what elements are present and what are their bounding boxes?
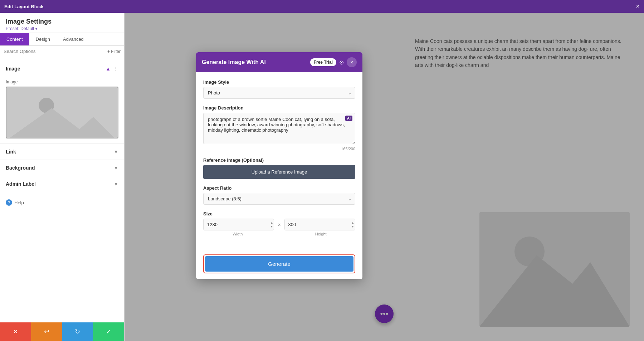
filter-button[interactable]: + Filter: [107, 49, 121, 54]
link-accordion-header[interactable]: Link ▼: [0, 144, 124, 160]
image-section-label: Image: [6, 66, 20, 72]
admin-label-section-label: Admin Label: [6, 181, 36, 187]
width-spinners: ▲ ▼: [270, 221, 273, 228]
background-accordion-header[interactable]: Background ▼: [0, 160, 124, 176]
tab-design[interactable]: Design: [29, 33, 57, 45]
search-row: + Filter: [0, 46, 124, 57]
help-label[interactable]: Help: [14, 200, 24, 205]
reference-image-label: Reference Image (Optional): [203, 157, 355, 163]
ai-badge: AI: [345, 116, 352, 121]
size-x-separator: ×: [278, 222, 280, 228]
height-input-wrapper: ▲ ▼: [284, 219, 355, 230]
modal-title: Generate Image With AI: [202, 59, 266, 65]
redo-icon: ↻: [75, 328, 80, 336]
aspect-ratio-select-wrapper: Landscape (8:5) Portrait (5:8) Square (1…: [203, 193, 355, 205]
help-row: ? Help: [0, 192, 124, 213]
generate-image-modal: Generate Image With AI Free Trial ⊙ × Im…: [196, 52, 362, 279]
panel-header: Image Settings Preset: Default ▾: [0, 13, 124, 33]
generate-btn-outline: Generate: [203, 254, 355, 273]
image-description-group: Image Description photograph of a brown …: [203, 105, 355, 151]
tab-content[interactable]: Content: [0, 33, 29, 45]
reference-image-group: Reference Image (Optional) Upload a Refe…: [203, 157, 355, 179]
char-count: 165/200: [203, 147, 355, 151]
top-bar-close-button[interactable]: ×: [636, 3, 640, 10]
image-style-group: Image Style Photo Illustration Sketch Pa…: [203, 79, 355, 99]
main-content: Maine Coon cats possess a unique charm t…: [125, 13, 644, 341]
top-bar: Edit Layout Block ×: [0, 0, 644, 13]
height-increment-button[interactable]: ▲: [351, 221, 355, 224]
size-group: Size ▲ ▼ × ▲ ▼: [203, 211, 355, 236]
image-accordion-arrow-icon: ▲: [106, 66, 111, 72]
search-input[interactable]: [4, 49, 104, 54]
panel-content: Image ▲ ⋮ Image Link: [0, 57, 124, 322]
admin-label-accordion-arrow-icon: ▼: [113, 181, 118, 187]
generate-btn-wrapper: Generate: [196, 250, 362, 279]
image-description-textarea[interactable]: photograph of a brown sortie Maine Coon …: [203, 113, 355, 144]
width-decrement-button[interactable]: ▼: [270, 225, 273, 228]
modal-header: Generate Image With AI Free Trial ⊙ ×: [196, 52, 362, 72]
link-section-label: Link: [6, 149, 16, 155]
width-label: Width: [203, 232, 272, 236]
undo-icon: ↩: [44, 328, 49, 336]
image-preview-section: Image: [0, 77, 124, 143]
image-label: Image: [6, 79, 118, 84]
background-section-label: Background: [6, 165, 35, 171]
panel-title: Image Settings: [6, 18, 118, 25]
tab-advanced[interactable]: Advanced: [57, 33, 90, 45]
undo-button[interactable]: ↩: [31, 322, 62, 341]
upload-reference-image-button[interactable]: Upload a Reference Image: [203, 165, 355, 179]
background-section: Background ▼: [0, 160, 124, 176]
width-input[interactable]: [203, 219, 274, 230]
image-section-menu-icon: ⋮: [113, 66, 118, 72]
link-section: Link ▼: [0, 144, 124, 160]
modal-close-button[interactable]: ×: [347, 57, 357, 67]
panel-preset[interactable]: Preset: Default ▾: [6, 26, 118, 31]
modal-header-right: Free Trial ⊙ ×: [310, 57, 357, 67]
aspect-ratio-label: Aspect Ratio: [203, 185, 355, 191]
width-input-wrapper: ▲ ▼: [203, 219, 274, 230]
image-style-select-wrapper: Photo Illustration Sketch Painting Abstr…: [203, 87, 355, 99]
image-section: Image ▲ ⋮ Image: [0, 61, 124, 144]
modal-body: Image Style Photo Illustration Sketch Pa…: [196, 72, 362, 250]
aspect-ratio-group: Aspect Ratio Landscape (8:5) Portrait (5…: [203, 185, 355, 205]
panel-footer: ✕ ↩ ↻ ✓: [0, 322, 124, 341]
size-label: Size: [203, 211, 355, 216]
height-input[interactable]: [284, 219, 355, 230]
redo-button[interactable]: ↻: [62, 322, 93, 341]
size-row: ▲ ▼ × ▲ ▼: [203, 219, 355, 230]
image-description-label: Image Description: [203, 105, 355, 111]
image-style-label: Image Style: [203, 79, 355, 85]
size-labels: Width Height: [203, 232, 355, 236]
left-panel: Image Settings Preset: Default ▾ Content…: [0, 13, 125, 341]
help-icon: ?: [6, 199, 12, 206]
free-trial-badge[interactable]: Free Trial: [310, 58, 336, 66]
cancel-button[interactable]: ✕: [0, 322, 31, 341]
top-bar-title: Edit Layout Block: [4, 4, 44, 9]
image-placeholder: [6, 87, 118, 138]
panel-tabs: Content Design Advanced: [0, 33, 124, 46]
height-spinners: ▲ ▼: [351, 221, 355, 228]
height-decrement-button[interactable]: ▼: [351, 225, 355, 228]
aspect-ratio-select[interactable]: Landscape (8:5) Portrait (5:8) Square (1…: [203, 193, 355, 205]
link-accordion-arrow-icon: ▼: [113, 149, 118, 155]
image-style-select[interactable]: Photo Illustration Sketch Painting Abstr…: [203, 87, 355, 99]
generate-button[interactable]: Generate: [205, 256, 353, 272]
cancel-icon: ✕: [13, 328, 18, 336]
preset-arrow-icon: ▾: [35, 27, 37, 31]
height-label: Height: [287, 232, 356, 236]
background-accordion-arrow-icon: ▼: [113, 165, 118, 171]
save-icon: ✓: [106, 328, 111, 336]
admin-label-section: Admin Label ▼: [0, 176, 124, 192]
textarea-wrapper: photograph of a brown sortie Maine Coon …: [203, 113, 355, 146]
ai-icon: ⊙: [339, 59, 344, 66]
image-accordion-header[interactable]: Image ▲ ⋮: [0, 61, 124, 77]
admin-label-accordion-header[interactable]: Admin Label ▼: [0, 176, 124, 192]
save-button[interactable]: ✓: [93, 322, 124, 341]
width-increment-button[interactable]: ▲: [270, 221, 273, 224]
